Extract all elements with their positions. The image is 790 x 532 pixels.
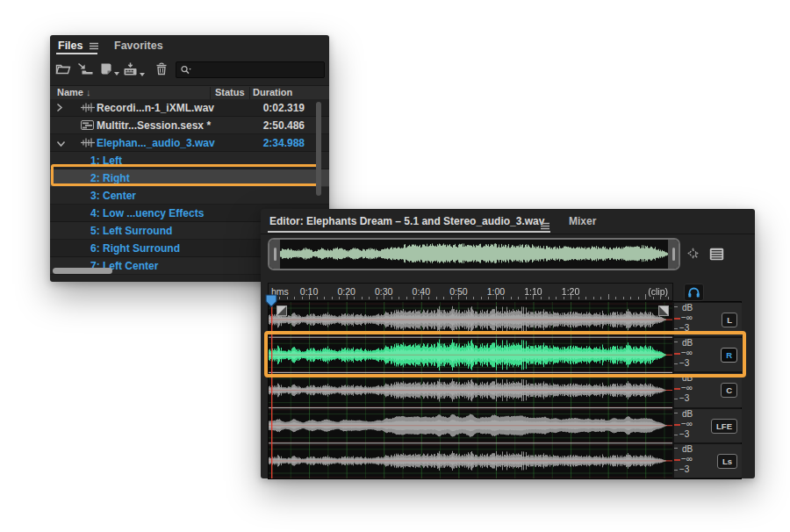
ruler-tick <box>473 297 474 299</box>
waveform-display: dB−∞−3LdB−∞−3RdB−∞−3CdB−∞−3LFEdB−∞−3Ls <box>268 301 742 479</box>
ruler-tick <box>511 297 512 299</box>
file-row[interactable]: Multitr...Session.sesx * 2:50.486 <box>50 117 329 134</box>
ruler-tick <box>630 297 631 299</box>
ruler-tick <box>384 294 384 299</box>
channel-button-r[interactable]: R <box>721 348 737 363</box>
db-label: −3 <box>679 464 689 474</box>
tab-favorites-label: Favorites <box>114 40 163 52</box>
ruler-tick <box>549 297 549 299</box>
channel-button-lfe[interactable]: LFE <box>711 419 737 434</box>
db-scale-block: dB−∞−3Ls <box>674 444 742 478</box>
channel-button-c[interactable]: C <box>721 383 737 398</box>
file-row[interactable]: Recordi...n-1_iXML.wav 0:02.319 <box>50 99 329 117</box>
scale-tick <box>674 328 678 329</box>
tab-mixer[interactable]: Mixer <box>569 215 596 227</box>
panel-list-icon[interactable] <box>709 248 724 264</box>
waveform-file-icon <box>81 103 95 115</box>
active-tab-underline <box>56 53 97 54</box>
ruler-tick <box>436 297 437 299</box>
db-label: dB <box>682 444 693 454</box>
overview-navigator[interactable] <box>268 238 680 270</box>
fade-out-handle[interactable] <box>658 306 669 316</box>
chevron-down-icon[interactable] <box>56 138 66 150</box>
ruler-tick <box>481 297 482 299</box>
ruler-tick <box>309 294 310 299</box>
tab-editor[interactable]: Editor: Elephants Dream – 5.1 and Stereo… <box>269 215 544 227</box>
tab-favorites[interactable]: Favorites <box>114 40 163 52</box>
ruler-tick <box>556 297 557 299</box>
waveform-file-icon <box>81 138 95 150</box>
ruler-tick <box>399 297 399 299</box>
ruler-tick <box>660 297 661 299</box>
channel-button-ls[interactable]: Ls <box>717 454 737 469</box>
ruler-tick <box>339 297 340 299</box>
scale-tick <box>674 341 678 342</box>
open-folder-icon[interactable] <box>55 62 71 79</box>
channel-button-l[interactable]: L <box>722 313 737 327</box>
db-label: −3 <box>679 429 689 439</box>
column-name[interactable]: Name <box>57 87 83 97</box>
overview-left-handle[interactable] <box>269 240 280 269</box>
fade-in-handle[interactable] <box>276 306 287 316</box>
ruler-tick <box>503 297 504 299</box>
scale-tick <box>674 306 678 307</box>
zoom-selection-icon[interactable] <box>685 246 701 266</box>
scale-tick <box>674 399 678 399</box>
overview-right-handle[interactable] <box>668 240 679 269</box>
ruler-tick <box>458 294 459 299</box>
db-label: −∞ <box>681 383 693 392</box>
column-separator <box>210 87 211 99</box>
insert-into-multitrack-icon[interactable] <box>123 62 139 80</box>
new-content-icon[interactable] <box>99 62 113 79</box>
import-file-icon[interactable] <box>77 62 94 79</box>
db-label: −∞ <box>681 313 693 322</box>
delete-icon[interactable] <box>155 62 168 79</box>
ruler-tick <box>488 297 489 299</box>
column-separator <box>249 87 250 99</box>
db-label: −∞ <box>681 454 693 464</box>
ruler-tick <box>571 294 571 299</box>
ruler-tick <box>638 297 639 299</box>
playhead[interactable] <box>265 294 277 312</box>
horizontal-scrollbar[interactable] <box>53 268 112 274</box>
vertical-scrollbar[interactable] <box>316 102 321 196</box>
chevron-right-icon[interactable] <box>56 103 63 115</box>
db-label: dB <box>682 373 693 383</box>
ruler-tick <box>585 297 586 299</box>
channel-name: 2: Right <box>90 172 130 184</box>
channel-row-selected[interactable]: 2: Right <box>50 169 329 187</box>
file-row[interactable]: Elephan..._audio_3.wav 2:34.988 <box>50 134 329 152</box>
scale-tick <box>674 435 678 435</box>
column-duration[interactable]: Duration <box>253 87 292 97</box>
ruler-tick <box>653 297 654 299</box>
track-waveforms[interactable] <box>269 302 672 478</box>
ruler-tick <box>317 297 318 299</box>
column-status[interactable]: Status <box>215 87 245 97</box>
search-input[interactable] <box>176 61 325 78</box>
db-label: dB <box>682 303 693 313</box>
ruler-tick <box>600 297 601 299</box>
overview-waveform[interactable] <box>280 241 670 268</box>
ruler-tick <box>391 297 392 299</box>
ruler-tick <box>668 297 669 299</box>
zero-db-tick <box>674 353 680 355</box>
ruler-tick <box>593 297 594 299</box>
ruler-tick <box>451 297 452 299</box>
ruler-tick <box>287 297 288 299</box>
tab-files[interactable]: Files <box>58 40 99 53</box>
ruler-tick <box>302 297 303 299</box>
timeline-ruler[interactable]: hms (clip) 0:100:200:300:400:501:001:101… <box>268 283 673 301</box>
db-scale-block: dB−∞−3C <box>674 373 742 406</box>
panel-menu-icon[interactable] <box>89 40 99 53</box>
ruler-tick <box>608 294 609 299</box>
db-label: dB <box>682 338 693 348</box>
zero-db-tick <box>674 459 680 461</box>
channel-row[interactable]: 1: Left <box>50 152 329 169</box>
db-label: −∞ <box>681 348 693 357</box>
monitor-headphones-button[interactable] <box>684 284 704 301</box>
ruler-tick <box>564 297 564 299</box>
tab-editor-label: Editor: Elephants Dream – 5.1 and Stereo… <box>269 215 544 227</box>
channel-row[interactable]: 3: Center <box>50 187 329 205</box>
ruler-tick <box>421 294 422 299</box>
ruler-tick <box>332 297 333 299</box>
